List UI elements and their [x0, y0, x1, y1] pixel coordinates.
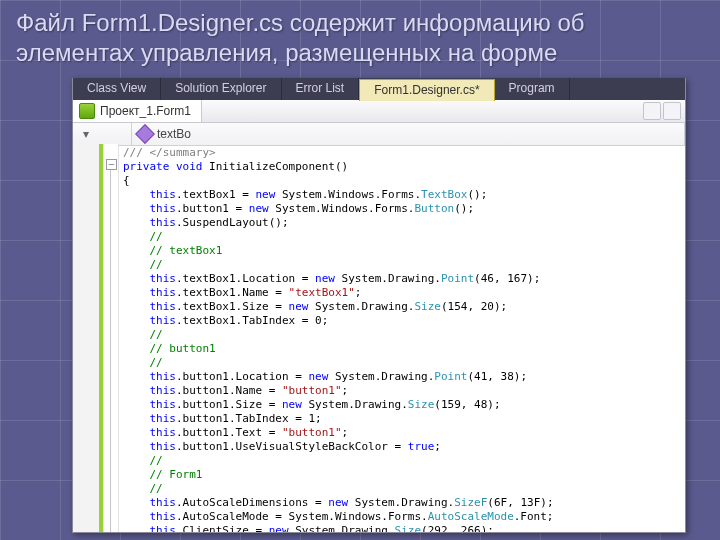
code-token: .button1.Name =	[176, 384, 282, 397]
code-token: .button1.UseVisualStyleBackColor =	[176, 440, 408, 453]
code-token: this	[123, 412, 176, 425]
code-token: //	[123, 230, 163, 243]
code-token: Size	[395, 524, 422, 532]
code-token: this	[123, 216, 176, 229]
outline-collapse-toggle[interactable]: –	[106, 159, 117, 170]
tab-class-view[interactable]: Class View	[73, 78, 161, 100]
code-token: new	[289, 300, 309, 313]
code-token: .SuspendLayout();	[176, 216, 289, 229]
tab-designer-file[interactable]: Form1.Designer.cs*	[359, 79, 494, 101]
code-token: .textBox1.TabIndex = 0;	[176, 314, 328, 327]
code-token: (41, 38);	[467, 370, 527, 383]
code-token: .textBox1.Size =	[176, 300, 289, 313]
code-token: this	[123, 300, 176, 313]
code-token: (6F, 13F);	[487, 496, 553, 509]
code-token: new	[328, 496, 348, 509]
nav-bar-member-cell[interactable]: textBo	[132, 123, 685, 145]
code-token: this	[123, 510, 176, 523]
outlining-margin: –	[104, 144, 119, 532]
slide-title: Файл Form1.Designer.cs содержит информац…	[0, 0, 720, 74]
code-token: (292, 266);	[421, 524, 494, 532]
code-token: .AutoScaleDimensions =	[176, 496, 328, 509]
editor-gutter	[73, 144, 104, 532]
code-token: TextBox	[421, 188, 467, 201]
code-token: this	[123, 426, 176, 439]
code-token: //	[123, 482, 163, 495]
code-token: ();	[467, 188, 487, 201]
code-token: "button1"	[282, 426, 342, 439]
code-token: // button1	[123, 342, 216, 355]
code-token: .button1.Location =	[176, 370, 308, 383]
code-token: this	[123, 398, 176, 411]
outline-guide-line	[110, 170, 111, 533]
code-token: Point	[441, 272, 474, 285]
code-token: .button1.Size =	[176, 398, 282, 411]
code-token: //	[123, 356, 163, 369]
navigation-bar: ▾ textBo	[73, 123, 685, 146]
code-token: this	[123, 496, 176, 509]
code-token: this	[123, 188, 176, 201]
code-token: System.Drawing.	[289, 524, 395, 532]
tab-program[interactable]: Program	[495, 78, 570, 100]
nav-bar-type-cell[interactable]: ▾	[73, 123, 132, 145]
code-token: this	[123, 314, 176, 327]
csharp-file-icon	[79, 103, 95, 119]
code-editor[interactable]: – /// </summary> private void Initialize…	[73, 144, 685, 532]
nav-prev-button[interactable]	[643, 102, 661, 120]
code-token: private	[123, 160, 169, 173]
code-token: .button1.TabIndex = 1;	[176, 412, 322, 425]
code-token: new	[308, 370, 328, 383]
code-token: this	[123, 272, 176, 285]
code-text[interactable]: /// </summary> private void InitializeCo…	[119, 144, 685, 532]
code-token: .button1 =	[176, 202, 249, 215]
code-token: this	[123, 524, 176, 532]
code-token: new	[315, 272, 335, 285]
code-token: this	[123, 286, 176, 299]
method-icon	[135, 124, 155, 144]
tab-solution-explorer[interactable]: Solution Explorer	[161, 78, 281, 100]
code-token: this	[123, 202, 176, 215]
code-token: System.Windows.Forms.	[275, 188, 421, 201]
code-token: Size	[414, 300, 441, 313]
code-token: .textBox1.Location =	[176, 272, 315, 285]
code-token: </summary>	[150, 146, 216, 159]
code-token: this	[123, 440, 176, 453]
document-tab[interactable]: Проект_1.Form1	[73, 100, 202, 122]
code-token: AutoScaleMode	[428, 510, 514, 523]
ide-window: Class View Solution Explorer Error List …	[72, 78, 686, 533]
tool-window-tabstrip: Class View Solution Explorer Error List …	[73, 78, 685, 100]
code-token: // Form1	[123, 468, 202, 481]
code-token: //	[123, 328, 163, 341]
code-token: "textBox1"	[289, 286, 355, 299]
document-tab-row: Проект_1.Form1	[73, 100, 685, 123]
code-token: new	[282, 398, 302, 411]
code-token: (46, 167);	[474, 272, 540, 285]
tab-error-list[interactable]: Error List	[282, 78, 360, 100]
chevron-down-icon: ▾	[79, 127, 93, 141]
code-token: //	[123, 258, 163, 271]
title-line-2: элементах управления, размещенных на фор…	[16, 39, 557, 66]
code-token: Point	[434, 370, 467, 383]
document-nav-buttons	[641, 102, 685, 120]
code-token: ();	[454, 202, 474, 215]
code-token: SizeF	[454, 496, 487, 509]
nav-next-button[interactable]	[663, 102, 681, 120]
code-token: ;	[342, 384, 349, 397]
code-token: System.Drawing.	[348, 496, 454, 509]
code-token: System.Drawing.	[308, 300, 414, 313]
code-token: ;	[434, 440, 441, 453]
nav-bar-member-label: textBo	[157, 127, 191, 141]
code-token: System.Drawing.	[335, 272, 441, 285]
document-tab-label: Проект_1.Form1	[100, 104, 191, 118]
code-token: // textBox1	[123, 244, 222, 257]
code-token: .Font;	[514, 510, 554, 523]
code-token: InitializeComponent()	[202, 160, 348, 173]
code-token: true	[408, 440, 435, 453]
title-line-1: Файл Form1.Designer.cs содержит информац…	[16, 9, 585, 36]
code-token: (159, 48);	[434, 398, 500, 411]
code-token: .textBox1 =	[176, 188, 255, 201]
code-token: //	[123, 454, 163, 467]
code-token: this	[123, 384, 176, 397]
code-token: System.Windows.Forms.	[269, 202, 415, 215]
code-token: System.Drawing.	[302, 398, 408, 411]
